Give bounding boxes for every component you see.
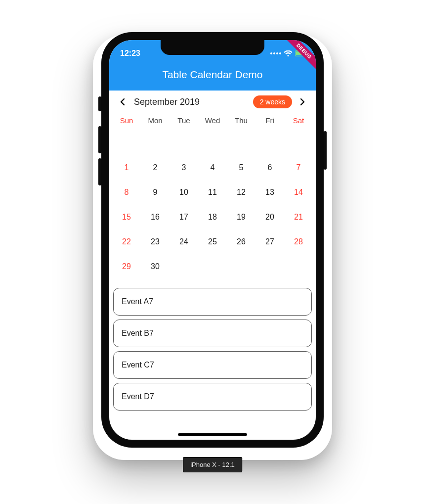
calendar-day[interactable]: 4 bbox=[198, 155, 227, 180]
calendar-day bbox=[284, 254, 313, 279]
calendar-day[interactable]: 22 bbox=[112, 229, 141, 254]
event-card[interactable]: Event C7 bbox=[113, 351, 312, 379]
device-mute-switch bbox=[98, 96, 101, 111]
prev-month-button[interactable] bbox=[114, 98, 131, 106]
calendar-format-button[interactable]: 2 weeks bbox=[253, 95, 292, 108]
dow-label: Thu bbox=[227, 116, 255, 125]
calendar-header: September 2019 2 weeks bbox=[109, 91, 316, 111]
chevron-left-icon bbox=[120, 98, 126, 106]
calendar-day[interactable]: 13 bbox=[255, 180, 284, 205]
calendar-day[interactable]: 5 bbox=[227, 155, 255, 180]
calendar-day bbox=[255, 131, 284, 155]
calendar-day[interactable]: 29 bbox=[112, 254, 141, 279]
calendar-day bbox=[141, 131, 170, 155]
chevron-right-icon bbox=[299, 98, 305, 106]
dow-label: Mon bbox=[141, 116, 170, 125]
calendar-day bbox=[112, 131, 141, 155]
calendar-day[interactable]: 7 bbox=[284, 155, 313, 180]
calendar-day[interactable]: 26 bbox=[227, 229, 255, 254]
dow-label: Tue bbox=[170, 116, 198, 125]
calendar-day[interactable]: 24 bbox=[170, 229, 198, 254]
next-month-button[interactable] bbox=[294, 98, 311, 106]
dow-row: SunMonTueWedThuFriSat bbox=[109, 111, 316, 129]
device-notch bbox=[161, 40, 264, 55]
month-label: September 2019 bbox=[131, 97, 253, 107]
calendar-day bbox=[170, 131, 198, 155]
dow-label: Sat bbox=[284, 116, 313, 125]
calendar-day[interactable]: 14 bbox=[284, 180, 313, 205]
calendar-day bbox=[198, 131, 227, 155]
calendar-day[interactable]: 1 bbox=[112, 155, 141, 180]
calendar-day[interactable]: 9 bbox=[141, 180, 170, 205]
calendar-day[interactable]: 18 bbox=[198, 205, 227, 229]
calendar-day bbox=[255, 254, 284, 279]
calendar-day bbox=[198, 254, 227, 279]
calendar-day bbox=[170, 254, 198, 279]
dow-label: Wed bbox=[198, 116, 227, 125]
calendar-day[interactable]: 3 bbox=[170, 155, 198, 180]
screen: DEBUG 12:23 Table Calendar Demo bbox=[109, 40, 316, 440]
calendar-day bbox=[284, 131, 313, 155]
dow-label: Fri bbox=[255, 116, 284, 125]
device-volume-down bbox=[98, 158, 101, 185]
calendar-day[interactable]: 25 bbox=[198, 229, 227, 254]
calendar-grid: 1234567891011121314151617181920212223242… bbox=[109, 129, 316, 281]
signal-icon bbox=[270, 52, 281, 54]
home-indicator[interactable] bbox=[178, 433, 247, 436]
device-volume-up bbox=[98, 126, 101, 153]
event-card[interactable]: Event B7 bbox=[113, 320, 312, 347]
wifi-icon bbox=[284, 50, 293, 57]
calendar-day[interactable]: 17 bbox=[170, 205, 198, 229]
calendar-day[interactable]: 30 bbox=[141, 254, 170, 279]
calendar-day[interactable]: 16 bbox=[141, 205, 170, 229]
calendar-day[interactable]: 23 bbox=[141, 229, 170, 254]
calendar-day[interactable]: 27 bbox=[255, 229, 284, 254]
calendar-day[interactable]: 21 bbox=[284, 205, 313, 229]
calendar-day[interactable]: 15 bbox=[112, 205, 141, 229]
page-title: Table Calendar Demo bbox=[109, 62, 316, 91]
event-list: Event A7Event B7Event C7Event D7 bbox=[109, 281, 316, 411]
calendar-day[interactable]: 28 bbox=[284, 229, 313, 254]
status-time: 12:23 bbox=[120, 49, 140, 58]
device-label: iPhone X - 12.1 bbox=[183, 457, 242, 472]
calendar-day[interactable]: 12 bbox=[227, 180, 255, 205]
event-card[interactable]: Event D7 bbox=[113, 383, 312, 411]
calendar-day[interactable]: 11 bbox=[198, 180, 227, 205]
dow-label: Sun bbox=[112, 116, 141, 125]
calendar-day bbox=[227, 254, 255, 279]
device-frame: DEBUG 12:23 Table Calendar Demo bbox=[101, 32, 324, 448]
calendar-day[interactable]: 20 bbox=[255, 205, 284, 229]
device-power-button bbox=[324, 131, 327, 170]
calendar-day[interactable]: 10 bbox=[170, 180, 198, 205]
calendar-day[interactable]: 8 bbox=[112, 180, 141, 205]
calendar-day[interactable]: 6 bbox=[255, 155, 284, 180]
calendar-day[interactable]: 2 bbox=[141, 155, 170, 180]
calendar-day[interactable]: 19 bbox=[227, 205, 255, 229]
event-card[interactable]: Event A7 bbox=[113, 288, 312, 316]
calendar-day bbox=[227, 131, 255, 155]
